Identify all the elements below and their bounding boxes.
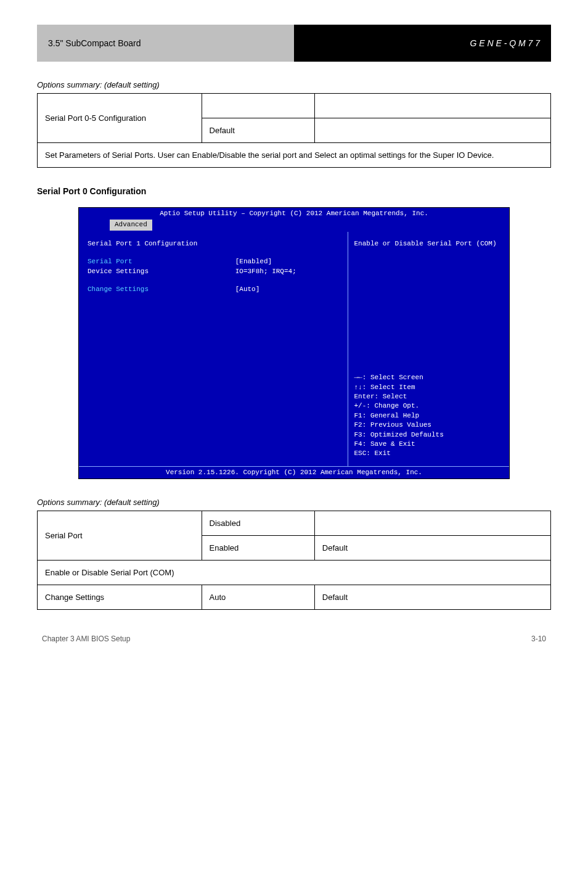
bios-key: ↑↓:: [354, 384, 367, 391]
bios-row-device-settings: Device Settings IO=3F8h; IRQ=4;: [88, 267, 339, 276]
bios-key-desc: Change Opt.: [370, 402, 419, 409]
row-description: Set Parameters of Serial Ports. User can…: [38, 143, 551, 168]
bios-key: F1:: [354, 412, 367, 419]
bios-tab-strip: Advanced: [79, 220, 509, 231]
bios-label: Serial Port: [88, 257, 235, 266]
bios-key: F4:: [354, 440, 367, 448]
bios-screenshot: Aptio Setup Utility – Copyright (C) 2012…: [78, 207, 510, 479]
table-row: Change Settings Auto Default: [38, 585, 551, 610]
bios-key-desc: Select Screen: [366, 374, 423, 381]
options-summary-label-2: Options summary: (default setting): [37, 498, 551, 507]
row-default: Default: [314, 585, 550, 610]
bios-key-desc: Optimized Defaults: [366, 431, 443, 438]
row-option: Disabled: [202, 511, 314, 536]
header-left-text: 3.5" SubCompact Board: [37, 25, 294, 62]
bios-label: Device Settings: [88, 267, 235, 276]
table-row: Serial Port Disabled: [38, 511, 551, 536]
bios-footer: Version 2.15.1226. Copyright (C) 2012 Am…: [79, 466, 509, 478]
bios-value: [Enabled]: [235, 257, 339, 266]
bios-key: Enter:: [354, 393, 379, 400]
settings-table-1: Serial Port 0-5 Configuration Default Se…: [37, 93, 551, 168]
bios-right-pane: Enable or Disable Serial Port (COM) →←: …: [348, 232, 509, 466]
row-blank: [314, 94, 550, 118]
bios-key: F3:: [354, 431, 367, 438]
row-option: Auto: [202, 585, 314, 610]
header-right-text: G E N E - Q M 7 7: [294, 25, 551, 62]
bios-value: IO=3F8h; IRQ=4;: [235, 267, 339, 276]
bios-key-desc: Select: [378, 393, 407, 400]
bios-key-legend: →←: Select Screen ↑↓: Select Item Enter:…: [354, 373, 503, 459]
row-name: Change Settings: [38, 585, 202, 610]
bios-help-text: Enable or Disable Serial Port (COM): [354, 239, 503, 248]
row-description: Enable or Disable Serial Port (COM): [38, 561, 551, 585]
page-header: 3.5" SubCompact Board G E N E - Q M 7 7: [37, 25, 551, 62]
row-blank: [314, 118, 550, 143]
page-footer: Chapter 3 AMI BIOS Setup 3-10: [37, 635, 551, 643]
table-row: Serial Port 0-5 Configuration: [38, 94, 551, 118]
bios-key: +/-:: [354, 402, 370, 409]
options-summary-label-1: Options summary: (default setting): [37, 80, 551, 89]
row-blank: [202, 94, 314, 118]
bios-left-pane: Serial Port 1 Configuration Serial Port …: [79, 232, 348, 466]
row-default: Default: [314, 536, 550, 561]
settings-table-2: Serial Port Disabled Enabled Default Ena…: [37, 511, 551, 610]
section-title: Serial Port 0 Configuration: [37, 186, 551, 196]
bios-value: [Auto]: [235, 285, 339, 294]
bios-key-desc: General Help: [366, 412, 419, 419]
bios-key: →←:: [354, 374, 367, 381]
row-option: Enabled: [202, 536, 314, 561]
bios-row-change-settings[interactable]: Change Settings [Auto]: [88, 285, 339, 294]
row-blank: [314, 511, 550, 536]
bios-key: F2:: [354, 421, 367, 429]
bios-title-bar: Aptio Setup Utility – Copyright (C) 2012…: [79, 208, 509, 220]
bios-body: Serial Port 1 Configuration Serial Port …: [79, 232, 509, 466]
bios-key-desc: Previous Values: [366, 421, 431, 429]
bios-row-serial-port[interactable]: Serial Port [Enabled]: [88, 257, 339, 266]
row-name: Serial Port 0-5 Configuration: [38, 94, 202, 143]
table-row: Enable or Disable Serial Port (COM): [38, 561, 551, 585]
bios-key: ESC:: [354, 450, 370, 457]
bios-key-desc: Select Item: [366, 384, 415, 391]
footer-chapter: Chapter 3 AMI BIOS Setup: [42, 635, 130, 643]
row-name: Serial Port: [38, 511, 202, 561]
tab-advanced[interactable]: Advanced: [110, 220, 152, 230]
bios-panel-title: Serial Port 1 Configuration: [88, 239, 339, 248]
table-row: Set Parameters of Serial Ports. User can…: [38, 143, 551, 168]
bios-key-desc: Save & Exit: [366, 440, 415, 448]
bios-label: Change Settings: [88, 285, 235, 294]
bios-key-desc: Exit: [370, 450, 391, 457]
row-default: Default: [202, 118, 314, 143]
footer-page-number: 3-10: [531, 635, 546, 643]
